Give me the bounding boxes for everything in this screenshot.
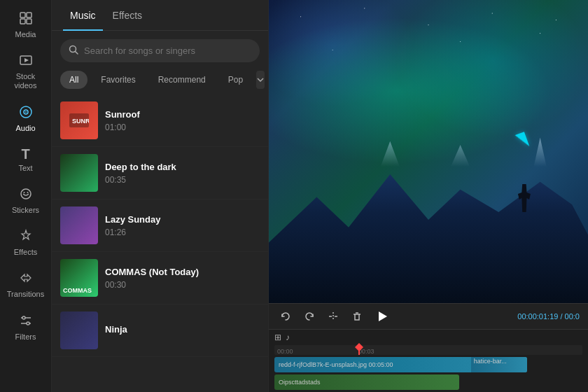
- sidebar-item-transitions[interactable]: Transitions: [4, 265, 48, 304]
- sidebar-item-media[interactable]: Media: [4, 6, 48, 45]
- sidebar-item-stock-videos[interactable]: Stock videos: [4, 48, 48, 96]
- svg-line-17: [76, 52, 78, 55]
- svg-rect-0: [20, 13, 25, 18]
- video-preview: [269, 0, 588, 303]
- svg-point-13: [22, 316, 25, 319]
- sidebar-item-stickers[interactable]: Stickers: [4, 181, 48, 220]
- transitions-icon: [19, 271, 33, 287]
- sidebar-item-label-media: Media: [15, 30, 36, 39]
- track-video-right: hatice-bar...: [471, 357, 527, 372]
- stock-videos-icon: [19, 53, 33, 69]
- delete-button[interactable]: [349, 309, 365, 323]
- song-thumbnail: [60, 312, 98, 349]
- song-duration: 01:26: [105, 227, 260, 237]
- list-item[interactable]: Ninja: [52, 304, 268, 357]
- svg-point-9: [21, 189, 31, 199]
- song-info: COMMAS (Not Today) 00:30: [105, 267, 260, 290]
- timeline-audio-icon[interactable]: ♪: [286, 332, 290, 342]
- audio-panel: Music Effects All Favorites Recommend Po…: [52, 0, 269, 392]
- timeline-ruler: 00:00 00:03: [274, 345, 582, 355]
- timeline-top: ⊞ ♪: [269, 332, 588, 342]
- track-video-right-label: hatice-bar...: [471, 358, 510, 365]
- song-title: Ninja: [105, 324, 260, 335]
- track-video-label: redd-f-rjfOdlB7k-E-unsplash.jpg 00:05:00: [279, 361, 393, 368]
- svg-text:SUNROOF: SUNROOF: [72, 118, 89, 125]
- song-duration: 01:00: [105, 122, 260, 132]
- sidebar-item-text[interactable]: T Text: [4, 141, 48, 178]
- text-icon: T: [21, 147, 29, 161]
- time-display: 00:00:01:19 / 00:0: [517, 312, 580, 321]
- sidebar-item-label-stock: Stock videos: [6, 72, 46, 90]
- song-info: Ninja: [105, 324, 260, 337]
- song-thumbnail: SUNROOF: [60, 102, 98, 139]
- video-background: [269, 0, 588, 303]
- playhead[interactable]: [358, 345, 360, 355]
- song-title: Sunroof: [105, 109, 260, 120]
- song-thumbnail: [60, 206, 98, 244]
- audio-icon: [19, 105, 33, 121]
- svg-point-15: [27, 322, 29, 325]
- filter-bar: All Favorites Recommend Pop: [52, 71, 268, 94]
- search-bar[interactable]: [60, 39, 260, 62]
- panel-tabs: Music Effects: [52, 0, 268, 31]
- svg-rect-1: [27, 13, 31, 18]
- timeline-tracks: redd-f-rjfOdlB7k-E-unsplash.jpg 00:05:00…: [274, 357, 582, 390]
- sidebar-item-audio[interactable]: Audio: [4, 99, 48, 139]
- search-icon: [69, 45, 78, 57]
- filter-recommend[interactable]: Recommend: [149, 71, 215, 89]
- track-audio[interactable]: Oipscttadstads: [274, 374, 459, 390]
- ruler-mark-0: 00:00: [277, 348, 293, 355]
- song-title: Lazy Sunday: [105, 214, 260, 225]
- play-button[interactable]: [372, 308, 392, 325]
- controls-bar: 00:00:01:19 / 00:0: [269, 303, 588, 329]
- redo-button[interactable]: [301, 309, 318, 323]
- split-button[interactable]: [325, 309, 342, 323]
- filter-pop[interactable]: Pop: [219, 71, 252, 89]
- song-title: COMMAS (Not Today): [105, 267, 260, 277]
- song-list: SUNROOF Sunroof 01:00 Deep to the dark 0…: [52, 94, 268, 392]
- undo-button[interactable]: [277, 309, 294, 323]
- svg-rect-3: [27, 19, 31, 24]
- track-video[interactable]: redd-f-rjfOdlB7k-E-unsplash.jpg 00:05:00…: [274, 357, 527, 372]
- track-audio-label: Oipscttadstads: [279, 379, 321, 386]
- preview-area: 00:00:01:19 / 00:0 ⊞ ♪ 00:00 00:03 redd-…: [269, 0, 588, 392]
- song-thumbnail: [60, 154, 98, 192]
- svg-point-10: [23, 192, 24, 193]
- song-info: Lazy Sunday 01:26: [105, 214, 260, 237]
- effects-icon: [19, 229, 33, 245]
- timeline: ⊞ ♪ 00:00 00:03 redd-f-rjfOdlB7k-E-unspl…: [269, 329, 588, 392]
- search-input[interactable]: [84, 46, 251, 56]
- sidebar-item-label-text: Text: [18, 164, 32, 173]
- sidebar-item-label-filters: Filters: [15, 332, 36, 342]
- song-duration: 00:30: [105, 280, 260, 290]
- sidebar-item-label-effects: Effects: [14, 248, 37, 257]
- svg-marker-5: [24, 58, 29, 62]
- filter-all[interactable]: All: [60, 71, 88, 89]
- song-thumbnail: COMMAS: [60, 259, 98, 297]
- song-duration: 00:35: [105, 175, 260, 185]
- svg-marker-23: [379, 312, 387, 321]
- sidebar-item-label-audio: Audio: [15, 124, 35, 133]
- list-item[interactable]: Deep to the dark 00:35: [52, 147, 268, 200]
- song-info: Deep to the dark 00:35: [105, 162, 260, 185]
- svg-point-8: [25, 111, 27, 113]
- timeline-aspect-icon[interactable]: ⊞: [274, 332, 281, 342]
- sidebar-item-label-transitions: Transitions: [7, 290, 44, 299]
- filter-favorites[interactable]: Favorites: [92, 71, 144, 89]
- filter-more-button[interactable]: [256, 71, 265, 89]
- stickers-icon: [19, 187, 33, 203]
- svg-rect-2: [20, 19, 25, 24]
- list-item[interactable]: COMMAS COMMAS (Not Today) 00:30: [52, 252, 268, 304]
- list-item[interactable]: Lazy Sunday 01:26: [52, 200, 268, 252]
- song-info: Sunroof 01:00: [105, 109, 260, 132]
- sidebar-item-filters[interactable]: Filters: [4, 308, 48, 347]
- sidebar: Media Stock videos Audio T Text: [0, 0, 52, 392]
- filters-icon: [19, 314, 33, 330]
- sidebar-item-label-stickers: Stickers: [12, 206, 39, 215]
- tab-music[interactable]: Music: [63, 0, 103, 31]
- svg-point-11: [27, 192, 28, 193]
- tab-effects[interactable]: Effects: [106, 0, 150, 31]
- media-icon: [19, 11, 33, 27]
- sidebar-item-effects[interactable]: Effects: [4, 223, 48, 262]
- list-item[interactable]: SUNROOF Sunroof 01:00: [52, 94, 268, 147]
